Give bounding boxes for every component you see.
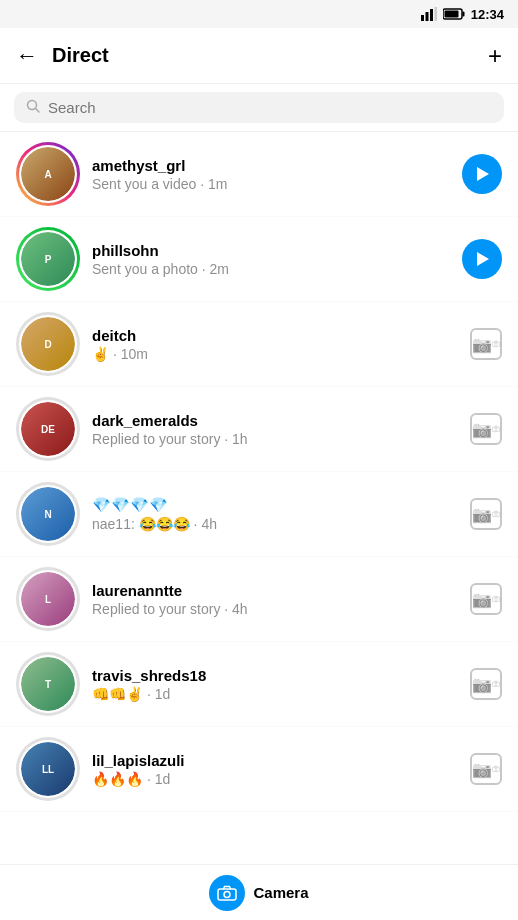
svg-rect-3 xyxy=(434,7,437,21)
svg-line-8 xyxy=(36,109,40,113)
svg-point-18 xyxy=(495,683,497,685)
list-item[interactable]: P phillsohn Sent you a photo · 2m xyxy=(0,217,518,302)
username: phillsohn xyxy=(92,242,450,259)
message-action[interactable] xyxy=(470,753,502,785)
camera-icon[interactable] xyxy=(470,328,502,360)
message-preview: ✌️ · 10m xyxy=(92,346,458,362)
message-content: laurenanntte Replied to your story · 4h xyxy=(92,582,458,617)
message-preview: Replied to your story · 1h xyxy=(92,431,458,447)
signal-icon xyxy=(421,7,437,21)
message-content: 💎💎💎💎 nae11: 😂😂😂 · 4h xyxy=(92,496,458,532)
search-bar xyxy=(14,92,504,123)
message-action[interactable] xyxy=(470,583,502,615)
camera-label: Camera xyxy=(253,884,308,901)
message-content: dark_emeralds Replied to your story · 1h xyxy=(92,412,458,447)
avatar: A xyxy=(21,147,75,201)
message-preview: 🔥🔥🔥 · 1d xyxy=(92,771,458,787)
status-time: 12:34 xyxy=(471,7,504,22)
svg-point-14 xyxy=(495,513,497,515)
avatar-wrap: LL xyxy=(16,737,80,801)
play-button[interactable] xyxy=(462,154,502,194)
camera-icon[interactable] xyxy=(470,583,502,615)
svg-point-16 xyxy=(495,598,497,600)
svg-rect-11 xyxy=(492,427,499,431)
svg-rect-19 xyxy=(492,767,499,771)
camera-icon[interactable] xyxy=(470,668,502,700)
message-action[interactable] xyxy=(470,328,502,360)
username: deitch xyxy=(92,327,458,344)
svg-point-22 xyxy=(224,891,230,897)
message-preview: 👊👊✌️ · 1d xyxy=(92,686,458,702)
svg-rect-9 xyxy=(492,342,499,346)
header: ← Direct + xyxy=(0,28,518,84)
avatar-wrap: P xyxy=(16,227,80,291)
search-container xyxy=(0,84,518,132)
list-item[interactable]: N 💎💎💎💎 nae11: 😂😂😂 · 4h xyxy=(0,472,518,557)
camera-icon[interactable] xyxy=(470,498,502,530)
svg-rect-2 xyxy=(430,9,433,21)
svg-rect-13 xyxy=(492,512,499,516)
message-preview: Replied to your story · 4h xyxy=(92,601,458,617)
bottom-bar: Camera xyxy=(0,864,518,920)
username: laurenanntte xyxy=(92,582,458,599)
avatar: P xyxy=(21,232,75,286)
camera-button[interactable]: Camera xyxy=(209,875,308,911)
message-content: amethyst_grl Sent you a video · 1m xyxy=(92,157,450,192)
list-item[interactable]: D deitch ✌️ · 10m xyxy=(0,302,518,387)
message-content: phillsohn Sent you a photo · 2m xyxy=(92,242,450,277)
avatar-wrap: A xyxy=(16,142,80,206)
svg-rect-6 xyxy=(444,11,458,18)
username: 💎💎💎💎 xyxy=(92,496,458,514)
search-icon xyxy=(26,99,40,116)
list-item[interactable]: DE dark_emeralds Replied to your story ·… xyxy=(0,387,518,472)
avatar-wrap: N xyxy=(16,482,80,546)
message-content: lil_lapislazuli 🔥🔥🔥 · 1d xyxy=(92,752,458,787)
svg-rect-21 xyxy=(218,889,236,900)
message-content: deitch ✌️ · 10m xyxy=(92,327,458,362)
add-button[interactable]: + xyxy=(488,42,502,70)
list-item[interactable]: L laurenanntte Replied to your story · 4… xyxy=(0,557,518,642)
play-button[interactable] xyxy=(462,239,502,279)
svg-rect-17 xyxy=(492,682,499,686)
battery-icon xyxy=(443,8,465,20)
list-item[interactable]: T travis_shreds18 👊👊✌️ · 1d xyxy=(0,642,518,727)
page-title: Direct xyxy=(52,44,488,67)
svg-rect-15 xyxy=(492,597,499,601)
svg-rect-0 xyxy=(421,15,424,21)
avatar: N xyxy=(21,487,75,541)
avatar: DE xyxy=(21,402,75,456)
list-item[interactable]: LL lil_lapislazuli 🔥🔥🔥 · 1d xyxy=(0,727,518,812)
username: amethyst_grl xyxy=(92,157,450,174)
list-item[interactable]: A amethyst_grl Sent you a video · 1m xyxy=(0,132,518,217)
status-bar: 12:34 xyxy=(0,0,518,28)
svg-point-10 xyxy=(495,343,497,345)
camera-button-icon xyxy=(209,875,245,911)
camera-icon[interactable] xyxy=(470,753,502,785)
username: lil_lapislazuli xyxy=(92,752,458,769)
message-action[interactable] xyxy=(470,498,502,530)
message-list-container: A amethyst_grl Sent you a video · 1m P p… xyxy=(0,132,518,868)
message-preview: nae11: 😂😂😂 · 4h xyxy=(92,516,458,532)
message-action[interactable] xyxy=(470,413,502,445)
search-input[interactable] xyxy=(48,99,492,116)
username: travis_shreds18 xyxy=(92,667,458,684)
avatar: T xyxy=(21,657,75,711)
svg-rect-5 xyxy=(462,12,464,17)
message-preview: Sent you a video · 1m xyxy=(92,176,450,192)
camera-icon[interactable] xyxy=(470,413,502,445)
message-content: travis_shreds18 👊👊✌️ · 1d xyxy=(92,667,458,702)
avatar: D xyxy=(21,317,75,371)
svg-rect-1 xyxy=(425,12,428,21)
username: dark_emeralds xyxy=(92,412,458,429)
back-button[interactable]: ← xyxy=(16,43,38,69)
avatar-wrap: L xyxy=(16,567,80,631)
avatar: LL xyxy=(21,742,75,796)
message-list: A amethyst_grl Sent you a video · 1m P p… xyxy=(0,132,518,812)
message-action[interactable] xyxy=(462,154,502,194)
avatar: L xyxy=(21,572,75,626)
message-action[interactable] xyxy=(470,668,502,700)
svg-point-12 xyxy=(495,428,497,430)
avatar-wrap: T xyxy=(16,652,80,716)
message-action[interactable] xyxy=(462,239,502,279)
message-preview: Sent you a photo · 2m xyxy=(92,261,450,277)
